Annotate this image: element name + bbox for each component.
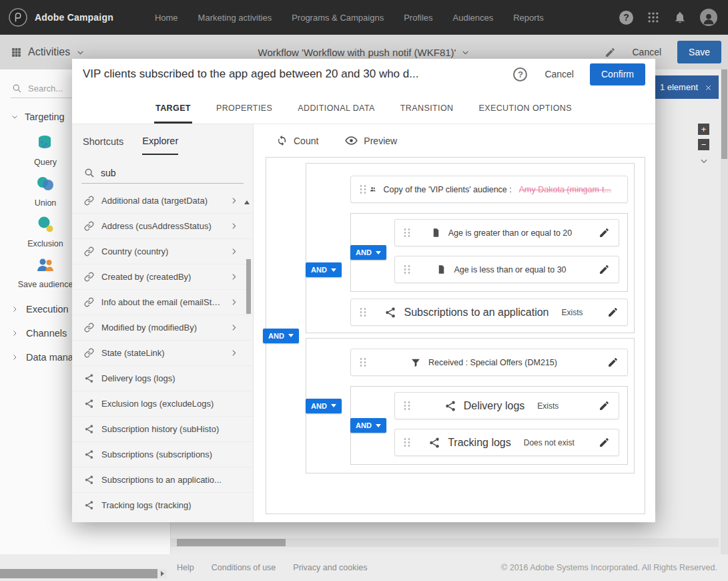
scrollbar-thumb[interactable] <box>0 569 157 578</box>
list-item[interactable]: Subscription history (subHisto) <box>72 416 253 441</box>
preview-button[interactable]: Preview <box>345 134 397 147</box>
query-builder-area: Count Preview AND AND <box>254 124 655 522</box>
tab-additional-data[interactable]: ADDITIONAL DATA <box>296 104 376 124</box>
nav-profiles[interactable]: Profiles <box>404 13 432 23</box>
nav-home[interactable]: Home <box>155 13 178 23</box>
scrollbar-thumb[interactable] <box>721 69 727 159</box>
list-item[interactable]: Created by (createdBy) <box>72 264 253 289</box>
drag-handle[interactable] <box>359 357 367 368</box>
list-item[interactable]: Modified by (modifiedBy) <box>72 315 253 340</box>
edit-pencil-icon[interactable] <box>605 46 616 58</box>
tab-explorer[interactable]: Explorer <box>142 136 178 155</box>
explorer-search-input[interactable] <box>101 168 214 178</box>
and-operator-button[interactable]: AND <box>350 245 386 260</box>
canvas-horizontal-scrollbar[interactable] <box>171 538 719 547</box>
list-item[interactable]: Address (cusAddressStatus) <box>72 213 253 238</box>
count-button[interactable]: Count <box>276 135 318 146</box>
activities-selector[interactable]: Activities <box>0 46 85 58</box>
edit-pencil-icon[interactable] <box>589 220 619 246</box>
dialog-confirm-button[interactable]: Confirm <box>590 63 645 85</box>
condition-card-audience[interactable]: Copy of the 'VIP clients' audience : Amy… <box>350 176 628 203</box>
help-icon[interactable]: ? <box>619 11 633 25</box>
zoom-out-button[interactable]: − <box>698 139 709 150</box>
chevron-right-icon[interactable] <box>230 247 238 256</box>
user-avatar[interactable] <box>700 9 717 26</box>
and-operator-button[interactable]: AND <box>306 262 342 277</box>
close-icon[interactable] <box>705 82 712 92</box>
list-item[interactable]: Delivery logs (logs) <box>72 365 253 391</box>
chevron-right-icon[interactable] <box>230 349 238 357</box>
tab-transition[interactable]: TRANSITION <box>399 104 455 124</box>
list-item[interactable]: Subscriptions (subscriptions) <box>72 441 253 467</box>
list-item[interactable]: State (stateLink) <box>72 340 253 365</box>
copyright-text: © 2016 Adobe Systems Incorporated. All R… <box>501 563 717 572</box>
edit-pencil-icon[interactable] <box>598 349 627 375</box>
chevron-right-icon <box>11 305 19 313</box>
nav-audiences[interactable]: Audiences <box>453 13 494 23</box>
explorer-scrollbar-thumb[interactable] <box>246 259 251 314</box>
nav-reports[interactable]: Reports <box>513 13 544 23</box>
and-operator-button[interactable]: AND <box>263 329 299 343</box>
tab-execution-options[interactable]: EXECUTION OPTIONS <box>477 104 573 124</box>
edit-pencil-icon[interactable] <box>598 299 627 325</box>
nav-marketing-activities[interactable]: Marketing activities <box>198 13 272 23</box>
condition-card-age-min[interactable]: Age is greater than or equal to 20 <box>394 219 619 246</box>
link-icon <box>84 246 94 256</box>
tab-shortcuts[interactable]: Shortcuts <box>83 136 123 155</box>
edit-pencil-icon[interactable] <box>589 393 619 419</box>
help-icon[interactable]: ? <box>513 67 527 81</box>
drag-handle[interactable] <box>403 437 411 448</box>
scroll-right-arrow-icon[interactable] <box>157 569 167 578</box>
dialog-cancel-button[interactable]: Cancel <box>544 69 574 79</box>
query-subgroup-logs: AND Delivery logs Exists <box>350 386 628 465</box>
explorer-search[interactable] <box>81 163 244 184</box>
chevron-right-icon[interactable] <box>230 222 238 230</box>
workflow-title-dropdown[interactable]: Workflow 'Workflow with push notif (WKF8… <box>258 47 470 58</box>
chevron-right-icon[interactable] <box>230 196 238 205</box>
condition-card-delivery-logs[interactable]: Delivery logs Exists <box>394 392 619 419</box>
condition-card-tracking-logs[interactable]: Tracking logs Does not exist <box>394 429 619 456</box>
redacted-value: Amy Dakota (mingam-t... <box>519 185 611 194</box>
footer-link-conditions[interactable]: Conditions of use <box>212 563 276 572</box>
chevron-right-icon[interactable] <box>230 323 238 332</box>
condition-card-received[interactable]: Received : Special Offers (DM215) <box>350 349 628 376</box>
notifications-bell-icon[interactable] <box>673 11 687 24</box>
footer-link-help[interactable]: Help <box>177 563 194 572</box>
chevron-right-icon[interactable] <box>230 272 238 281</box>
list-item[interactable]: Info about the email (emailSta... <box>72 289 253 315</box>
scrollbar-thumb[interactable] <box>177 539 286 546</box>
canvas-vertical-scrollbar[interactable] <box>721 69 728 554</box>
and-operator-button[interactable]: AND <box>306 399 342 413</box>
nav-programs-campaigns[interactable]: Programs & Campaigns <box>292 13 384 23</box>
list-item-label: Tracking logs (tracking) <box>101 500 192 510</box>
list-item[interactable]: Subscriptions to an applicatio... <box>72 467 253 492</box>
condition-card-subscriptions[interactable]: Subscriptions to an application Exists <box>350 299 628 326</box>
tab-properties[interactable]: PROPERTIES <box>215 104 274 124</box>
drag-handle[interactable] <box>359 307 367 318</box>
workflow-save-button[interactable]: Save <box>677 41 721 63</box>
and-operator-button[interactable]: AND <box>350 418 386 433</box>
list-item[interactable]: Exclusion logs (excludeLogs) <box>72 391 253 416</box>
footer-link-privacy[interactable]: Privacy and cookies <box>293 563 367 572</box>
list-item-label: Exclusion logs (excludeLogs) <box>101 399 214 409</box>
apps-grid-icon[interactable] <box>647 11 660 24</box>
scroll-up-arrow-icon[interactable] <box>244 200 250 204</box>
caret-down-icon <box>331 404 336 407</box>
list-item[interactable]: Country (country) <box>72 238 253 264</box>
tab-target[interactable]: TARGET <box>154 104 192 124</box>
chevron-right-icon[interactable] <box>230 298 238 307</box>
drag-handle[interactable] <box>403 401 411 411</box>
drag-handle[interactable] <box>403 228 411 238</box>
zoom-in-button[interactable]: + <box>698 124 709 135</box>
sidebar-horizontal-scrollbar[interactable] <box>0 569 167 578</box>
edit-pencil-icon[interactable] <box>589 429 619 455</box>
list-item[interactable]: Additional data (targetData) <box>72 188 253 213</box>
edit-pencil-icon[interactable] <box>589 256 619 282</box>
drag-handle[interactable] <box>403 264 411 275</box>
adobe-campaign-logo[interactable]: Adobe Campaign <box>0 7 113 27</box>
workflow-cancel-button[interactable]: Cancel <box>632 47 661 57</box>
condition-card-age-max[interactable]: Age is less than or equal to 30 <box>394 256 619 283</box>
drag-handle[interactable] <box>359 184 367 195</box>
chevron-down-icon[interactable] <box>699 154 709 166</box>
list-item[interactable]: Tracking logs (tracking) <box>72 492 253 518</box>
